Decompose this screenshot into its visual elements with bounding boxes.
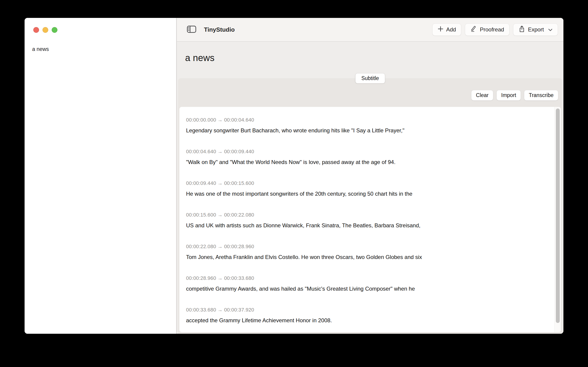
plus-icon [438, 26, 443, 33]
sidebar-item-label: a news [32, 46, 49, 52]
subtitle-timing: 00:00:04.640 → 00:00:09.440 [186, 148, 543, 155]
subtitle-timing: 00:00:09.440 → 00:00:15.600 [186, 180, 543, 186]
chevron-down-icon [548, 26, 553, 33]
subtitle-row[interactable]: 00:00:09.440 → 00:00:15.600 He was one o… [186, 180, 543, 197]
transcribe-button[interactable]: Transcribe [524, 90, 558, 100]
subtitle-row[interactable]: 00:00:00.000 → 00:00:04.640 Legendary so… [186, 117, 543, 134]
subtitle-timing: 00:00:15.600 → 00:00:22.080 [186, 212, 543, 218]
share-icon [519, 25, 525, 34]
subtitle-row[interactable]: 00:00:33.680 → 00:00:37.920 accepted the… [186, 307, 543, 324]
subtitle-row[interactable]: 00:00:15.600 → 00:00:22.080 US and UK wi… [186, 212, 543, 229]
subtitle-row[interactable]: 00:00:28.960 → 00:00:33.680 competitive … [186, 275, 543, 292]
subtitle-text: Legendary songwriter Burt Bacharach, who… [186, 127, 543, 134]
add-button[interactable]: Add [432, 23, 461, 36]
tab-subtitle[interactable]: Subtitle [355, 73, 385, 83]
title-section: a news [177, 42, 563, 78]
subtitle-timing: 00:00:00.000 → 00:00:04.640 [186, 117, 543, 123]
transcribe-button-label: Transcribe [529, 92, 553, 98]
main-area: TinyStudio Add [177, 18, 563, 334]
sidebar: a news [25, 18, 176, 334]
subtitle-list: 00:00:00.000 → 00:00:04.640 Legendary so… [179, 107, 561, 332]
clear-button[interactable]: Clear [471, 90, 493, 100]
subtitle-row[interactable]: 00:00:22.080 → 00:00:28.960 Tom Jones, A… [186, 243, 543, 261]
subtitle-card: 00:00:00.000 → 00:00:04.640 Legendary so… [179, 107, 561, 332]
page-title: a news [185, 52, 563, 63]
add-button-label: Add [446, 26, 456, 33]
scrollbar-thumb[interactable] [556, 108, 560, 323]
toolbar: TinyStudio Add [177, 18, 563, 42]
proofread-button[interactable]: Proofread [465, 23, 509, 36]
zoom-button[interactable] [52, 27, 57, 33]
proofread-button-label: Proofread [480, 26, 504, 33]
subtitle-timing: 00:00:33.680 → 00:00:37.920 [186, 307, 543, 313]
export-button[interactable]: Export [513, 23, 558, 36]
subtitle-text: accepted the Grammy Lifetime Achievement… [186, 317, 543, 324]
traffic-lights [33, 27, 57, 33]
app-window: a news TinyStudio [25, 18, 563, 334]
subtitle-timing: 00:00:28.960 → 00:00:33.680 [186, 275, 543, 282]
import-button[interactable]: Import [497, 90, 521, 100]
toolbar-button-group: Add Proofread [432, 23, 558, 36]
pencil-icon [470, 25, 477, 34]
app-title: TinyStudio [204, 26, 235, 33]
close-button[interactable] [33, 27, 39, 33]
subtitle-text: Tom Jones, Aretha Franklin and Elvis Cos… [186, 254, 543, 261]
subtitle-panel: Subtitle Clear Import Transcribe 00:00:0… [178, 78, 562, 334]
subtitle-row[interactable]: 00:00:04.640 → 00:00:09.440 "Walk on By"… [186, 148, 543, 166]
import-button-label: Import [501, 92, 516, 98]
sidebar-item-a-news[interactable]: a news [29, 44, 172, 55]
toggle-sidebar-button[interactable] [187, 26, 196, 34]
subtitle-text: US and UK with artists such as Dionne Wa… [186, 222, 543, 229]
clear-button-label: Clear [476, 92, 489, 98]
minimize-button[interactable] [43, 27, 48, 33]
subtitle-text: He was one of the most important songwri… [186, 190, 543, 197]
export-button-label: Export [528, 26, 544, 33]
sidebar-toggle-icon [187, 26, 196, 34]
scrollbar[interactable] [554, 107, 561, 332]
subtitle-timing: 00:00:22.080 → 00:00:28.960 [186, 243, 543, 250]
subtitle-text: competitive Grammy Awards, and was haile… [186, 285, 543, 292]
tab-subtitle-label: Subtitle [361, 75, 379, 81]
subtitle-actions: Clear Import Transcribe [178, 90, 562, 100]
subtitle-text: "Walk on By" and "What the World Needs N… [186, 159, 543, 166]
